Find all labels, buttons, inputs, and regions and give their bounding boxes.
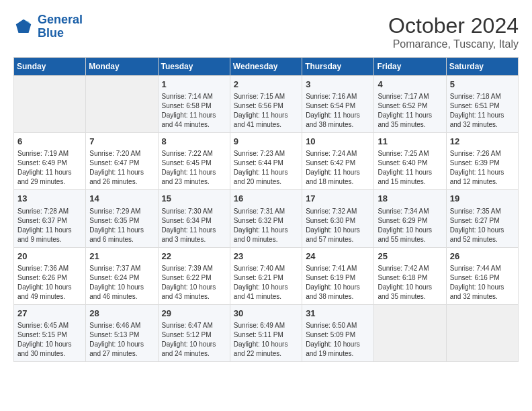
day-number: 11 bbox=[378, 136, 442, 148]
cell-content: Sunrise: 7:35 AMSunset: 6:27 PMDaylight:… bbox=[450, 207, 515, 244]
calendar-cell: 11Sunrise: 7:25 AMSunset: 6:40 PMDayligh… bbox=[374, 133, 446, 190]
calendar-cell: 20Sunrise: 7:36 AMSunset: 6:26 PMDayligh… bbox=[14, 247, 86, 304]
cell-content: Sunrise: 7:20 AMSunset: 6:47 PMDaylight:… bbox=[89, 149, 154, 187]
month-title: October 2024 bbox=[388, 13, 519, 38]
calendar-cell: 2Sunrise: 7:15 AMSunset: 6:56 PMDaylight… bbox=[230, 76, 302, 133]
cell-content: Sunrise: 7:17 AMSunset: 6:52 PMDaylight:… bbox=[378, 92, 442, 130]
calendar-cell: 5Sunrise: 7:18 AMSunset: 6:51 PMDaylight… bbox=[446, 76, 518, 133]
calendar-cell: 10Sunrise: 7:24 AMSunset: 6:42 PMDayligh… bbox=[302, 133, 374, 190]
day-number: 23 bbox=[234, 250, 298, 263]
cell-content: Sunrise: 7:36 AMSunset: 6:26 PMDaylight:… bbox=[17, 264, 82, 302]
day-number: 25 bbox=[378, 250, 442, 263]
day-number: 22 bbox=[162, 250, 226, 263]
cell-content: Sunrise: 6:45 AMSunset: 5:15 PMDaylight:… bbox=[17, 321, 82, 359]
calendar-cell: 3Sunrise: 7:16 AMSunset: 6:54 PMDaylight… bbox=[302, 76, 374, 133]
title-block: October 2024 Pomarance, Tuscany, Italy bbox=[388, 13, 519, 50]
day-number: 27 bbox=[17, 308, 82, 320]
svg-marker-0 bbox=[16, 19, 32, 33]
cell-content: Sunrise: 7:42 AMSunset: 6:18 PMDaylight:… bbox=[378, 264, 442, 302]
cell-content: Sunrise: 7:39 AMSunset: 6:22 PMDaylight:… bbox=[162, 264, 226, 302]
day-number: 12 bbox=[450, 136, 515, 148]
calendar-table: SundayMondayTuesdayWednesdayThursdayFrid… bbox=[13, 57, 519, 362]
cell-content: Sunrise: 6:46 AMSunset: 5:13 PMDaylight:… bbox=[89, 321, 154, 359]
calendar-cell: 8Sunrise: 7:22 AMSunset: 6:45 PMDaylight… bbox=[158, 133, 230, 190]
cell-content: Sunrise: 7:34 AMSunset: 6:29 PMDaylight:… bbox=[378, 207, 442, 244]
calendar-cell: 29Sunrise: 6:47 AMSunset: 5:12 PMDayligh… bbox=[158, 304, 230, 361]
day-number: 28 bbox=[89, 308, 154, 320]
cell-content: Sunrise: 7:22 AMSunset: 6:45 PMDaylight:… bbox=[162, 149, 226, 187]
cell-content: Sunrise: 6:50 AMSunset: 5:09 PMDaylight:… bbox=[306, 321, 370, 359]
weekday-header-saturday: Saturday bbox=[446, 58, 518, 76]
calendar-body: 1Sunrise: 7:14 AMSunset: 6:58 PMDaylight… bbox=[14, 76, 519, 362]
calendar-cell: 7Sunrise: 7:20 AMSunset: 6:47 PMDaylight… bbox=[86, 133, 158, 190]
day-number: 6 bbox=[17, 136, 82, 148]
logo-icon bbox=[13, 17, 34, 37]
day-number: 30 bbox=[234, 308, 298, 320]
cell-content: Sunrise: 7:37 AMSunset: 6:24 PMDaylight:… bbox=[89, 264, 154, 302]
weekday-header-wednesday: Wednesday bbox=[230, 58, 302, 76]
calendar-cell: 23Sunrise: 7:40 AMSunset: 6:21 PMDayligh… bbox=[230, 247, 302, 304]
calendar-cell: 27Sunrise: 6:45 AMSunset: 5:15 PMDayligh… bbox=[14, 304, 86, 361]
day-number: 24 bbox=[306, 250, 370, 263]
calendar-week-1: 1Sunrise: 7:14 AMSunset: 6:58 PMDaylight… bbox=[14, 76, 519, 133]
cell-content: Sunrise: 7:30 AMSunset: 6:34 PMDaylight:… bbox=[162, 207, 226, 244]
day-number: 21 bbox=[89, 250, 154, 263]
logo: General Blue bbox=[13, 13, 83, 40]
weekday-header-monday: Monday bbox=[86, 58, 158, 76]
day-number: 17 bbox=[306, 193, 370, 205]
cell-content: Sunrise: 7:29 AMSunset: 6:35 PMDaylight:… bbox=[89, 207, 154, 244]
day-number: 26 bbox=[450, 250, 515, 263]
calendar-cell bbox=[86, 76, 158, 133]
day-number: 8 bbox=[162, 136, 226, 148]
day-number: 2 bbox=[234, 79, 298, 91]
day-number: 9 bbox=[234, 136, 298, 148]
calendar-cell bbox=[446, 304, 518, 361]
day-number: 13 bbox=[17, 193, 82, 205]
weekday-header-friday: Friday bbox=[374, 58, 446, 76]
cell-content: Sunrise: 6:47 AMSunset: 5:12 PMDaylight:… bbox=[162, 321, 226, 359]
calendar-cell: 15Sunrise: 7:30 AMSunset: 6:34 PMDayligh… bbox=[158, 190, 230, 247]
day-number: 5 bbox=[450, 79, 515, 91]
cell-content: Sunrise: 7:44 AMSunset: 6:16 PMDaylight:… bbox=[450, 264, 515, 302]
day-number: 16 bbox=[234, 193, 298, 205]
day-number: 19 bbox=[450, 193, 515, 205]
calendar-cell: 16Sunrise: 7:31 AMSunset: 6:32 PMDayligh… bbox=[230, 190, 302, 247]
calendar-cell: 14Sunrise: 7:29 AMSunset: 6:35 PMDayligh… bbox=[86, 190, 158, 247]
cell-content: Sunrise: 7:32 AMSunset: 6:30 PMDaylight:… bbox=[306, 207, 370, 244]
calendar-cell: 24Sunrise: 7:41 AMSunset: 6:19 PMDayligh… bbox=[302, 247, 374, 304]
cell-content: Sunrise: 7:16 AMSunset: 6:54 PMDaylight:… bbox=[306, 92, 370, 130]
cell-content: Sunrise: 7:18 AMSunset: 6:51 PMDaylight:… bbox=[450, 92, 515, 130]
day-number: 31 bbox=[306, 308, 370, 320]
calendar-cell: 25Sunrise: 7:42 AMSunset: 6:18 PMDayligh… bbox=[374, 247, 446, 304]
calendar-cell: 26Sunrise: 7:44 AMSunset: 6:16 PMDayligh… bbox=[446, 247, 518, 304]
weekday-header-tuesday: Tuesday bbox=[158, 58, 230, 76]
calendar-cell: 30Sunrise: 6:49 AMSunset: 5:11 PMDayligh… bbox=[230, 304, 302, 361]
calendar-cell: 13Sunrise: 7:28 AMSunset: 6:37 PMDayligh… bbox=[14, 190, 86, 247]
calendar-cell: 22Sunrise: 7:39 AMSunset: 6:22 PMDayligh… bbox=[158, 247, 230, 304]
calendar-cell bbox=[374, 304, 446, 361]
day-number: 20 bbox=[17, 250, 82, 263]
calendar-week-5: 27Sunrise: 6:45 AMSunset: 5:15 PMDayligh… bbox=[14, 304, 519, 361]
cell-content: Sunrise: 7:28 AMSunset: 6:37 PMDaylight:… bbox=[17, 207, 82, 244]
day-number: 14 bbox=[89, 193, 154, 205]
day-number: 18 bbox=[378, 193, 442, 205]
cell-content: Sunrise: 7:31 AMSunset: 6:32 PMDaylight:… bbox=[234, 207, 298, 244]
calendar-week-4: 20Sunrise: 7:36 AMSunset: 6:26 PMDayligh… bbox=[14, 247, 519, 304]
cell-content: Sunrise: 7:41 AMSunset: 6:19 PMDaylight:… bbox=[306, 264, 370, 302]
calendar-header: SundayMondayTuesdayWednesdayThursdayFrid… bbox=[14, 58, 519, 76]
location: Pomarance, Tuscany, Italy bbox=[388, 38, 519, 50]
calendar-week-3: 13Sunrise: 7:28 AMSunset: 6:37 PMDayligh… bbox=[14, 190, 519, 247]
calendar-cell: 31Sunrise: 6:50 AMSunset: 5:09 PMDayligh… bbox=[302, 304, 374, 361]
cell-content: Sunrise: 7:40 AMSunset: 6:21 PMDaylight:… bbox=[234, 264, 298, 302]
cell-content: Sunrise: 6:49 AMSunset: 5:11 PMDaylight:… bbox=[234, 321, 298, 359]
cell-content: Sunrise: 7:15 AMSunset: 6:56 PMDaylight:… bbox=[234, 92, 298, 130]
calendar-week-2: 6Sunrise: 7:19 AMSunset: 6:49 PMDaylight… bbox=[14, 133, 519, 190]
calendar-cell: 1Sunrise: 7:14 AMSunset: 6:58 PMDaylight… bbox=[158, 76, 230, 133]
calendar-cell bbox=[14, 76, 86, 133]
calendar-cell: 9Sunrise: 7:23 AMSunset: 6:44 PMDaylight… bbox=[230, 133, 302, 190]
calendar-cell: 19Sunrise: 7:35 AMSunset: 6:27 PMDayligh… bbox=[446, 190, 518, 247]
cell-content: Sunrise: 7:23 AMSunset: 6:44 PMDaylight:… bbox=[234, 149, 298, 187]
day-number: 7 bbox=[89, 136, 154, 148]
calendar-cell: 17Sunrise: 7:32 AMSunset: 6:30 PMDayligh… bbox=[302, 190, 374, 247]
calendar-cell: 6Sunrise: 7:19 AMSunset: 6:49 PMDaylight… bbox=[14, 133, 86, 190]
